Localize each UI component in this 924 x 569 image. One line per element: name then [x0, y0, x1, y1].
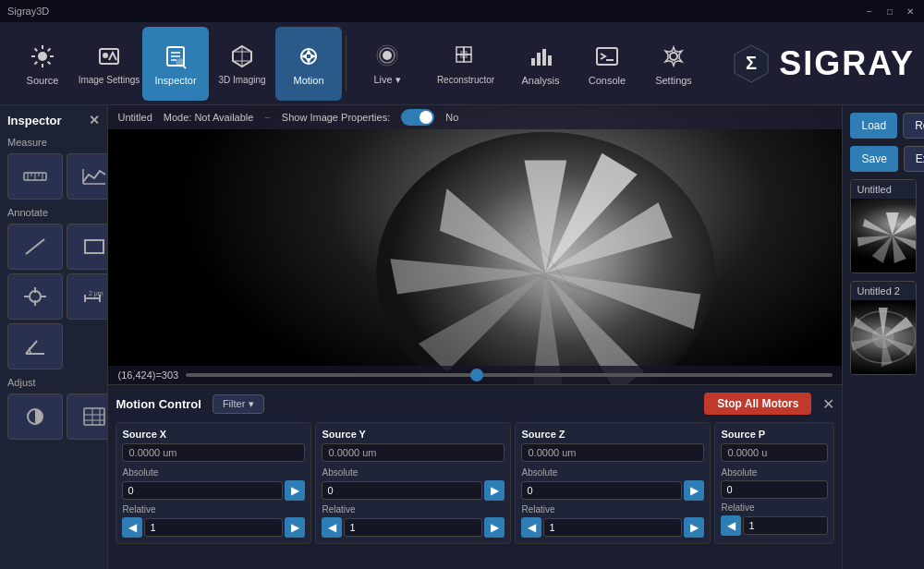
tool-ruler[interactable] [7, 153, 63, 200]
3d-imaging-icon [227, 42, 257, 71]
minimize-button[interactable]: − [863, 5, 876, 18]
app-title: Sigray3D [7, 6, 49, 17]
toolbar-item-motion[interactable]: Motion [275, 27, 342, 101]
motion-icon [294, 42, 323, 71]
source-z-relative-row: ◀ ▶ [521, 517, 704, 538]
thumbnail-untitled-title: Untitled [851, 180, 916, 199]
stop-all-motors-button[interactable]: Stop All Motors [704, 393, 811, 415]
source-x-relative-plus-button[interactable]: ▶ [285, 517, 305, 538]
source-p-relative-row: ◀ [721, 515, 828, 536]
source-y-column: Source Y 0.0000 um Absolute ▶ Relative ◀… [315, 422, 511, 544]
toolbar-item-3d-imaging[interactable]: 3D Imaging [209, 27, 275, 101]
image-coordinates: (16,424)=303 [117, 369, 178, 381]
toggle-knob [419, 111, 432, 124]
save-button[interactable]: Save [850, 146, 897, 172]
toolbar-item-analysis[interactable]: Analysis [507, 27, 574, 101]
source-p-relative-label: Relative [721, 502, 828, 513]
source-x-absolute-label: Absolute [122, 467, 305, 478]
right-panel: Load Remove Save Export Untitled [842, 105, 924, 569]
svg-point-10 [103, 53, 108, 58]
thumbnail-untitled-image [851, 199, 916, 272]
close-button[interactable]: ✕ [904, 5, 917, 18]
tool-grid-overlay[interactable] [67, 393, 108, 440]
remove-button[interactable]: Remove [903, 113, 924, 139]
filter-button[interactable]: Filter ▾ [213, 394, 264, 414]
tool-line[interactable] [7, 224, 63, 270]
load-remove-row: Load Remove [850, 113, 917, 139]
source-p-relative-input[interactable] [743, 516, 828, 535]
source-x-relative-row: ◀ ▶ [122, 517, 305, 538]
inspector-header: Inspector ✕ [7, 113, 100, 127]
image-header: Untitled Mode: Not Available − Show Imag… [108, 105, 842, 129]
annotate-tool-grid-2: 2 μm Aa [7, 273, 100, 320]
toolbar-item-reconstructor[interactable]: Reconstructor [424, 27, 507, 101]
svg-text:Σ: Σ [746, 53, 757, 73]
svg-rect-35 [537, 53, 541, 66]
source-p-absolute-input[interactable] [721, 480, 828, 499]
svg-line-68 [26, 341, 37, 354]
source-y-absolute-input[interactable] [322, 481, 482, 500]
image-slider-track[interactable] [186, 373, 833, 377]
toolbar-item-image-settings[interactable]: Image Settings [76, 27, 142, 101]
microscope-image [108, 105, 842, 384]
source-z-absolute-input[interactable] [521, 481, 682, 500]
toolbar-label-motion: Motion [293, 75, 323, 86]
adjust-section-title: Adjust [7, 377, 100, 388]
svg-line-55 [26, 239, 44, 254]
export-button[interactable]: Export [904, 146, 924, 172]
source-z-value: 0.0000 um [521, 443, 704, 462]
toolbar-item-source[interactable]: Source [9, 27, 76, 101]
image-mode: Mode: Not Available [164, 112, 254, 123]
source-z-column: Source Z 0.0000 um Absolute ▶ Relative ◀… [515, 422, 711, 544]
source-x-absolute-input[interactable] [122, 481, 283, 500]
source-p-relative-minus-button[interactable]: ◀ [721, 515, 741, 536]
source-columns: Source X 0.0000 um Absolute ▶ Relative ◀… [116, 422, 834, 544]
source-y-relative-minus-button[interactable]: ◀ [322, 517, 342, 538]
thumbnail-untitled-2[interactable]: Untitled 2 [850, 281, 917, 375]
thumbnail-untitled[interactable]: Untitled [850, 179, 917, 273]
tool-crosshair[interactable] [7, 273, 63, 320]
inspector-close-icon[interactable]: ✕ [89, 113, 100, 127]
toolbar-item-live[interactable]: Live ▾ [350, 27, 424, 101]
source-z-relative-input[interactable] [543, 518, 682, 537]
toolbar-label-console: Console [589, 75, 626, 86]
source-z-relative-minus-button[interactable]: ◀ [521, 517, 541, 538]
show-properties-toggle[interactable] [401, 109, 434, 126]
source-z-absolute-label: Absolute [521, 467, 704, 478]
tool-profile[interactable] [67, 153, 108, 200]
toolbar-item-settings[interactable]: Settings [640, 27, 707, 101]
svg-rect-36 [542, 49, 546, 66]
tool-rectangle[interactable] [67, 224, 108, 270]
svg-line-6 [48, 61, 51, 64]
live-icon [372, 41, 402, 70]
source-x-absolute-go-button[interactable]: ▶ [285, 480, 305, 501]
image-viewer: Untitled Mode: Not Available − Show Imag… [108, 105, 842, 384]
source-y-absolute-go-button[interactable]: ▶ [484, 480, 505, 501]
toolbar-item-inspector[interactable]: Inspector [142, 27, 209, 101]
svg-point-0 [38, 52, 47, 61]
source-x-relative-input[interactable] [144, 518, 283, 537]
svg-rect-56 [85, 240, 103, 253]
toolbar-label-inspector: Inspector [154, 75, 196, 86]
source-z-absolute-go-button[interactable]: ▶ [684, 480, 704, 501]
motion-panel-close-button[interactable]: ✕ [822, 395, 834, 413]
tool-angle[interactable] [7, 323, 63, 369]
source-y-relative-plus-button[interactable]: ▶ [484, 517, 505, 538]
source-y-relative-input[interactable] [344, 518, 482, 537]
tool-brightness-contrast[interactable] [7, 393, 63, 440]
source-z-relative-plus-button[interactable]: ▶ [684, 517, 704, 538]
tool-scale-bar[interactable]: 2 μm [67, 273, 108, 320]
image-footer: (16,424)=303 [108, 366, 842, 384]
source-p-absolute-row [721, 480, 828, 499]
image-slider-thumb[interactable] [470, 369, 483, 381]
measure-section-title: Measure [7, 137, 100, 148]
main-toolbar: Source Image Settings Inspector 3D Imagi… [0, 22, 924, 105]
annotate-section-title: Annotate [7, 207, 100, 218]
source-y-absolute-row: ▶ [322, 480, 505, 501]
load-button[interactable]: Load [850, 113, 897, 139]
source-x-absolute-row: ▶ [122, 480, 305, 501]
maximize-button[interactable]: □ [883, 5, 896, 18]
source-x-relative-minus-button[interactable]: ◀ [122, 517, 142, 538]
svg-rect-34 [531, 58, 535, 66]
toolbar-item-console[interactable]: Console [574, 27, 640, 101]
